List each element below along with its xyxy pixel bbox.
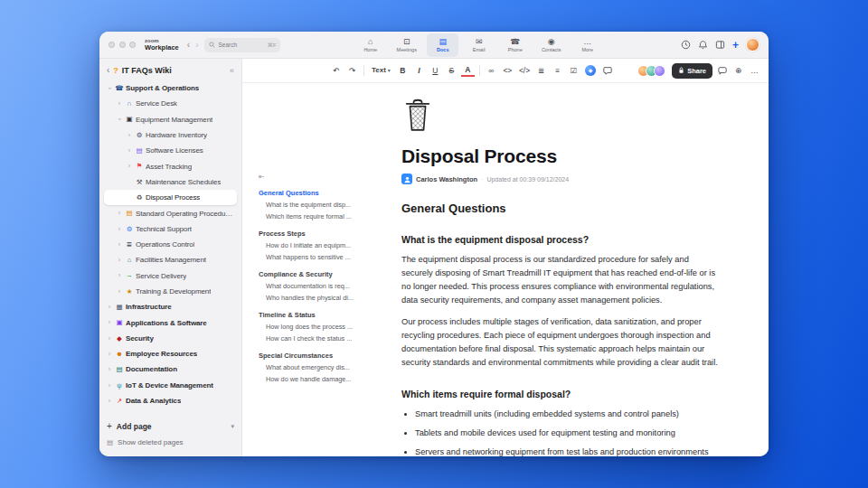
outline-item[interactable]: What is the equipment disp... [259, 199, 373, 211]
nav-tab-more[interactable]: …More [571, 33, 603, 57]
undo-button[interactable]: ↶ [329, 63, 343, 78]
nav-tab-docs[interactable]: ▤Docs [427, 33, 458, 57]
sidebar-collapse-icon[interactable]: « [230, 66, 234, 75]
share-button[interactable]: Share [672, 63, 712, 79]
inline-code-button[interactable]: <> [501, 63, 514, 78]
alignment-button[interactable]: ≡ [551, 63, 564, 78]
text-color-button[interactable]: A [461, 64, 475, 77]
sidebar-item-data-analytics[interactable]: ›↗Data & Analytics [104, 393, 237, 408]
outline-section-general-questions[interactable]: General Questions [259, 187, 373, 199]
nav-tab-phone[interactable]: ☎Phone [499, 33, 531, 57]
outline-section-timeline-status[interactable]: Timeline & Status [259, 309, 373, 321]
sidebar-item-service-delivery[interactable]: ›→Service Delivery [104, 268, 237, 284]
new-plus-button[interactable]: + [732, 40, 739, 51]
bulleted-list-button[interactable]: ≣ [534, 63, 548, 78]
bold-button[interactable]: B [396, 63, 410, 78]
sidebar-item-equipment-management[interactable]: ›▣Equipment Management [104, 112, 237, 127]
page-title[interactable]: Disposal Process [401, 145, 722, 167]
sidebar-item-iot-device-management[interactable]: ›ψIoT & Device Management [104, 378, 237, 393]
sidebar-item-infrastructure[interactable]: ›▦Infrastructure [104, 299, 237, 314]
chevron-icon[interactable]: › [116, 241, 123, 249]
chevron-icon[interactable]: › [106, 304, 113, 311]
sidebar-item-security[interactable]: ›◆Security [104, 331, 237, 346]
chevron-icon[interactable]: › [106, 398, 113, 405]
outline-item[interactable]: How can I check the status ... [259, 333, 373, 344]
outline-item[interactable]: What documentation is req... [259, 280, 373, 292]
sidebar-item-software-licenses[interactable]: ›▤Software Licenses [104, 143, 237, 158]
outline-section-special-circumstances[interactable]: Special Circumstances [259, 350, 373, 361]
outline-section-process-steps[interactable]: Process Steps [259, 228, 373, 239]
sidebar-item-documentation[interactable]: ›▤Documentation [104, 361, 237, 377]
sidebar-item-support-operations[interactable]: ›☎Support & Operations [104, 80, 237, 96]
chevron-icon[interactable]: › [116, 288, 123, 296]
sidebar-item-disposal-process[interactable]: ›♻Disposal Process [104, 190, 237, 205]
redo-button[interactable]: ↷ [345, 63, 359, 78]
nav-forward-icon[interactable]: › [195, 41, 198, 50]
sidebar-item-training-development[interactable]: ›★Training & Development [104, 284, 237, 299]
sidebar-item-employee-resources[interactable]: ›☻Employee Resources [104, 346, 237, 361]
strikethrough-button[interactable]: S [445, 63, 458, 78]
back-icon[interactable]: ‹ [107, 66, 109, 75]
nav-tab-home[interactable]: ⌂Home [354, 33, 386, 57]
chat-button[interactable] [715, 63, 729, 78]
globe-button[interactable]: ⊕ [731, 63, 745, 78]
sidebar-item-operations-control[interactable]: ›≣Operations Control [104, 237, 237, 252]
outline-item[interactable]: Which items require formal ... [259, 211, 373, 222]
show-deleted-button[interactable]: ▤ Show deleted pages [107, 435, 234, 449]
outline-section-compliance-security[interactable]: Compliance & Security [259, 268, 373, 280]
zoom-button[interactable] [129, 42, 136, 48]
chevron-icon[interactable]: › [116, 100, 123, 108]
panel-toggle-icon[interactable] [715, 40, 725, 50]
sidebar-item-applications-software[interactable]: ›▣Applications & Software [104, 314, 237, 330]
chevron-icon[interactable]: › [106, 85, 113, 92]
nav-tab-contacts[interactable]: ◉Contacts [535, 33, 567, 57]
chevron-icon[interactable]: › [106, 319, 113, 326]
text-style-dropdown[interactable]: Text ▾ [369, 63, 393, 78]
comment-button[interactable] [600, 63, 614, 78]
chevron-icon[interactable]: › [106, 366, 113, 373]
document[interactable]: Disposal Process Carlos Washington · Upd… [401, 83, 722, 456]
outline-item[interactable]: Who handles the physical di... [259, 292, 373, 304]
sidebar-item-asset-tracking[interactable]: ›⚑Asset Tracking [104, 158, 237, 174]
chevron-icon[interactable]: › [116, 210, 123, 217]
nav-tab-email[interactable]: ✉Email [463, 33, 495, 57]
chevron-icon[interactable]: › [106, 351, 113, 358]
outline-item[interactable]: How do I initiate an equipm... [259, 239, 373, 251]
chevron-icon[interactable]: › [106, 335, 113, 343]
chevron-icon[interactable]: › [116, 257, 123, 264]
outline-item[interactable]: What about emergency dis... [259, 361, 373, 373]
chevron-icon[interactable]: › [126, 163, 133, 170]
link-button[interactable]: ∞ [485, 63, 498, 78]
minimize-button[interactable] [119, 42, 126, 48]
collaborator-avatar[interactable] [654, 65, 665, 77]
user-avatar[interactable] [746, 38, 760, 52]
checklist-button[interactable]: ☑ [567, 63, 580, 78]
nav-back-icon[interactable]: ‹ [187, 41, 190, 50]
sidebar-item-standard-operating-procedures[interactable]: ›▤Standard Operating Procedures [104, 205, 237, 221]
chevron-icon[interactable]: › [126, 132, 133, 139]
underline-button[interactable]: U [429, 63, 442, 78]
outline-item[interactable]: How do we handle damage... [259, 373, 373, 385]
sidebar-item-hardware-inventory[interactable]: ›⚙Hardware Inventory [104, 127, 237, 143]
chevron-down-icon[interactable]: ▾ [231, 423, 234, 430]
outline-item[interactable]: How long does the process ... [259, 321, 373, 333]
sidebar-item-maintenance-schedules[interactable]: ›⚒Maintenance Schedules [104, 174, 237, 190]
chevron-icon[interactable]: › [116, 226, 123, 233]
sidebar-item-service-desk[interactable]: ›∩Service Desk [104, 96, 237, 111]
outline-item[interactable]: What happens to sensitive ... [259, 251, 373, 263]
sidebar-item-facilities-management[interactable]: ›⌂Facilities Management [104, 252, 237, 267]
chevron-icon[interactable]: › [126, 147, 133, 155]
add-page-button[interactable]: + Add page ▾ [107, 418, 234, 435]
italic-button[interactable]: I [412, 63, 426, 78]
bell-icon[interactable] [698, 40, 708, 50]
outline-collapse-icon[interactable]: ⇤ [259, 174, 373, 181]
chevron-icon[interactable]: › [116, 272, 123, 279]
chevron-icon[interactable]: › [106, 382, 113, 389]
more-button[interactable]: … [748, 63, 761, 78]
chevron-icon[interactable]: › [116, 116, 123, 123]
search-input[interactable]: Search ⌘F [204, 38, 280, 52]
ai-companion-button[interactable]: ◆ [583, 63, 598, 78]
nav-tab-meetings[interactable]: ⊡Meetings [391, 33, 422, 57]
code-block-button[interactable]: </> [517, 63, 532, 78]
sidebar-item-technical-support[interactable]: ›⚙Technical Support [104, 221, 237, 237]
